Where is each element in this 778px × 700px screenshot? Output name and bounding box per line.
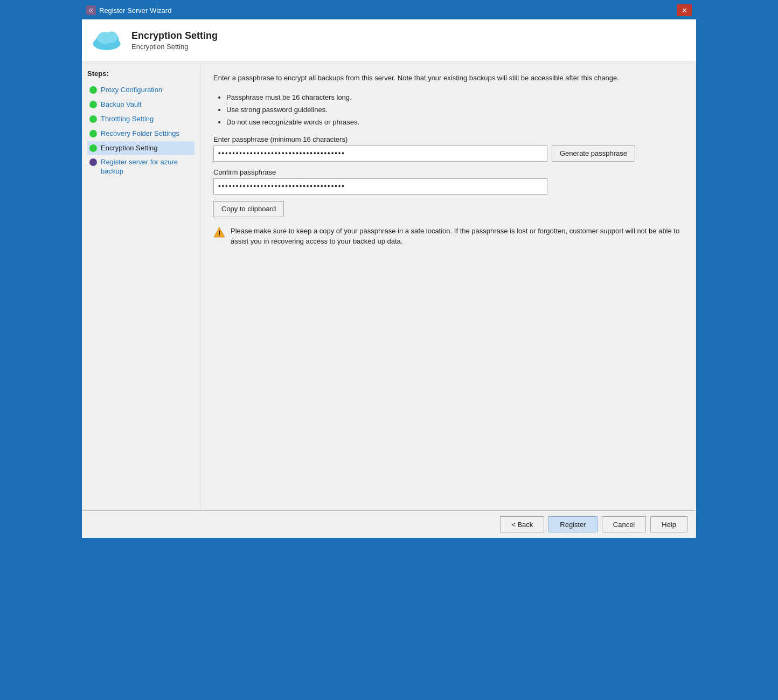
header-subtitle: Encryption Setting [131,43,218,51]
sidebar-item-proxy-configuration[interactable]: Proxy Configuration [87,83,194,98]
steps-label: Steps: [87,70,194,78]
generate-passphrase-button[interactable]: Generate passphrase [552,145,635,162]
app-icon: ⊙ [86,5,96,15]
sidebar-item-encryption-setting[interactable]: Encryption Setting [87,141,194,156]
bullet-item-1: Passphrase must be 16 characters long. [226,91,683,103]
warning-text: Please make sure to keep a copy of your … [231,226,683,247]
step-dot-throttling [89,115,97,123]
footer: < Back Register Cancel Help [82,510,696,538]
passphrase-row: Generate passphrase [213,145,683,162]
copy-button-container: Copy to clipboard [213,201,683,217]
sidebar-item-throttling-setting[interactable]: Throttling Setting [87,112,194,127]
cancel-button[interactable]: Cancel [602,516,646,532]
copy-to-clipboard-button[interactable]: Copy to clipboard [213,201,284,217]
step-dot-register [89,158,97,166]
step-dot-recovery [89,130,97,137]
help-button[interactable]: Help [650,516,687,532]
confirm-passphrase-input[interactable] [213,178,547,195]
warning-icon: ! [213,226,225,238]
header-text-block: Encryption Setting Encryption Setting [131,30,218,51]
bullet-item-2: Use strong password guidelines. [226,103,683,116]
close-button[interactable]: ✕ [677,4,692,16]
passphrase-field-group: Enter passphrase (minimum 16 characters)… [213,135,683,162]
step-dot-encryption [89,144,97,152]
confirm-field-group: Confirm passphrase [213,168,683,195]
sidebar-label-recovery: Recovery Folder Settings [101,129,179,138]
svg-text:!: ! [218,230,220,237]
cloud-icon [91,27,123,54]
bullet-item-3: Do not use recognizable words or phrases… [226,116,683,128]
bullet-list: Passphrase must be 16 characters long. U… [213,91,683,129]
sidebar-item-register-server[interactable]: Register server for azure backup [87,155,194,179]
header-title: Encryption Setting [131,30,218,41]
intro-text: Enter a passphrase to encrypt all backup… [213,73,683,84]
svg-point-4 [106,32,118,43]
window-title: Register Server Wizard [99,6,171,15]
step-dot-proxy [89,86,97,94]
register-button[interactable]: Register [548,516,597,532]
sidebar-label-proxy: Proxy Configuration [101,86,162,95]
register-server-wizard-window: ⊙ Register Server Wizard ✕ Encryption Se… [81,0,697,539]
content-panel: Enter a passphrase to encrypt all backup… [200,62,696,510]
sidebar-label-backup-vault: Backup Vault [101,100,142,109]
passphrase-input[interactable] [213,145,547,162]
sidebar: Steps: Proxy Configuration Backup Vault … [82,62,200,510]
sidebar-label-throttling: Throttling Setting [101,115,154,124]
body-area: Steps: Proxy Configuration Backup Vault … [82,62,696,510]
sidebar-label-encryption: Encryption Setting [101,144,158,153]
sidebar-item-recovery-folder[interactable]: Recovery Folder Settings [87,127,194,141]
sidebar-item-backup-vault[interactable]: Backup Vault [87,98,194,112]
warning-box: ! Please make sure to keep a copy of you… [213,226,683,247]
confirm-label: Confirm passphrase [213,168,683,176]
title-bar: ⊙ Register Server Wizard ✕ [82,1,696,19]
passphrase-label: Enter passphrase (minimum 16 characters) [213,135,683,143]
back-button[interactable]: < Back [500,516,544,532]
sidebar-label-register: Register server for azure backup [101,158,192,176]
step-dot-backup-vault [89,101,97,108]
title-bar-left: ⊙ Register Server Wizard [86,5,171,15]
main-content: Encryption Setting Encryption Setting St… [82,19,696,538]
header-section: Encryption Setting Encryption Setting [82,19,696,62]
